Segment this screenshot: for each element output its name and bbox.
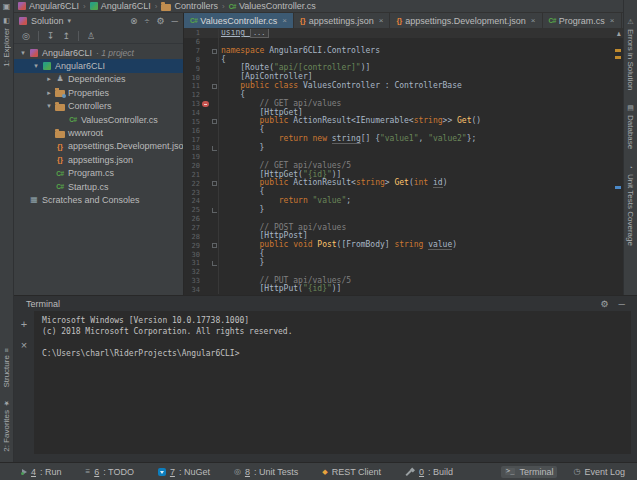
fold-marker-icon[interactable] xyxy=(212,243,217,248)
statusbar-rest-client[interactable]: ◆REST Client xyxy=(318,466,385,478)
project-tree: ▾Angular6CLI· 1 project▾Angular6CLI▸♟Dep… xyxy=(14,44,183,295)
editor-tab-appsettings-json[interactable]: {}appsettings.json× xyxy=(294,13,391,28)
terminal-line: C:\Users\charl\RiderProjects\Angular6CLI… xyxy=(42,348,623,359)
token-plain: { xyxy=(221,125,264,134)
tree-item-controllers[interactable]: ▾Controllers xyxy=(14,100,183,113)
inspection-status-icon[interactable]: ♟ xyxy=(617,30,621,38)
code-text: } xyxy=(219,144,264,153)
token-plain: () xyxy=(471,116,481,125)
token-string: "value2" xyxy=(428,134,467,143)
minimize-icon[interactable]: ─ xyxy=(172,16,178,26)
tree-item-scratches-and-consoles[interactable]: ▦Scratches and Consoles xyxy=(14,193,183,206)
tree-item-angular6cli[interactable]: ▾Angular6CLI· 1 project xyxy=(14,46,183,59)
tree-arrow-icon[interactable]: ▸ xyxy=(44,89,54,97)
breadcrumb-item[interactable]: Controllers xyxy=(161,1,218,11)
statusbar-todo[interactable]: ≡6: TODO xyxy=(82,466,138,478)
tab-label: appsettings.json xyxy=(309,16,374,26)
tree-item-dependencies[interactable]: ▸♟Dependencies xyxy=(14,73,183,86)
tree-item-program-cs[interactable]: C#Program.cs xyxy=(14,167,183,180)
tree-arrow-icon[interactable]: ▾ xyxy=(18,49,28,57)
statusbar-terminal[interactable]: >_Terminal xyxy=(501,466,557,478)
gutter-fold-slot xyxy=(211,232,219,241)
statusbar-label: : TODO xyxy=(103,467,134,477)
statusbar-event-log[interactable]: ◷Event Log xyxy=(569,466,629,478)
breadcrumb-item[interactable]: Angular6CLI xyxy=(18,1,79,11)
fold-marker-icon[interactable] xyxy=(212,181,217,186)
close-icon[interactable]: × xyxy=(282,16,287,25)
fold-marker-icon[interactable] xyxy=(212,84,217,89)
person-icon[interactable]: ♙ xyxy=(87,31,95,41)
new-session-icon[interactable]: + xyxy=(21,319,27,330)
toolwindow-tab-errors-in-solution[interactable]: ⚠Errors in Solution xyxy=(626,18,635,90)
tree-item-appsettings-json[interactable]: {}appsettings.json xyxy=(14,153,183,166)
gutter-fold-slot xyxy=(211,47,219,56)
gutter-fold-slot xyxy=(211,126,219,135)
token-comment: // POST api/values xyxy=(260,223,347,232)
csharp-icon: C# xyxy=(54,170,66,177)
tree-item-valuescontroller-cs[interactable]: C#ValuesController.cs xyxy=(14,113,183,126)
close-icon[interactable]: × xyxy=(531,16,536,25)
gutter-fold-slot xyxy=(211,171,219,180)
line-number: 15 xyxy=(184,118,200,126)
statusbar-label: Event Log xyxy=(584,467,625,477)
tree-arrow-icon[interactable]: ▾ xyxy=(31,62,41,70)
tree-item-appsettings-development-json[interactable]: {}appsettings.Development.json xyxy=(14,140,183,153)
json-icon: {} xyxy=(300,16,306,25)
token-plain: }; xyxy=(467,134,477,143)
breadcrumb-item[interactable]: Angular6CLI xyxy=(90,1,151,11)
tree-arrow-icon[interactable]: ▾ xyxy=(44,102,54,110)
coverage-icon: ◔ xyxy=(627,164,634,171)
error-breakpoint-icon[interactable] xyxy=(202,101,209,108)
statusbar-unit-tests[interactable]: ◎8: Unit Tests xyxy=(230,466,302,478)
statusbar-run[interactable]: 4: Run xyxy=(18,466,66,478)
toolwindow-tab-unit-tests-coverage[interactable]: ◔Unit Tests Coverage xyxy=(626,164,635,246)
toolwindow-tab-2-favorites[interactable]: 2: Favorites★ xyxy=(2,399,11,452)
statusbar-nuget[interactable]: 7: NuGet xyxy=(154,466,214,478)
close-circle-icon[interactable]: ⊗ xyxy=(130,16,138,26)
token-plain xyxy=(221,116,260,125)
statusbar-label: : Run xyxy=(40,467,62,477)
solution-view-selector[interactable]: Solution xyxy=(31,16,64,26)
line-number: 6 xyxy=(184,38,200,46)
terminal-toolbar: +× xyxy=(14,311,34,462)
tree-item-angular6cli[interactable]: ▾Angular6CLI xyxy=(14,59,183,72)
breadcrumb-item[interactable]: C#ValuesController.cs xyxy=(229,1,316,11)
statusbar-label: : Build xyxy=(428,467,453,477)
tree-item-startup-cs[interactable]: C#Startup.cs xyxy=(14,180,183,193)
statusbar-build[interactable]: 0: Build xyxy=(401,466,457,478)
locate-icon[interactable]: ◎ xyxy=(22,31,30,41)
minimize-icon[interactable]: ─ xyxy=(619,299,625,309)
split-icon[interactable]: ÷ xyxy=(145,16,150,26)
toolwindow-switcher-icon[interactable]: ▣ xyxy=(3,2,11,11)
chevron-down-icon[interactable]: ▾ xyxy=(68,17,72,25)
close-icon[interactable]: × xyxy=(379,16,384,25)
errors-icon: ⚠ xyxy=(627,18,635,26)
expand-all-icon[interactable]: ↧ xyxy=(47,31,55,41)
tree-arrow-icon[interactable]: ▸ xyxy=(44,75,54,83)
gutter-fold-slot xyxy=(211,179,219,188)
toolwindow-tab-structure[interactable]: Structure≡ xyxy=(2,348,11,388)
token-plain: [Route( xyxy=(221,63,274,72)
close-icon[interactable]: × xyxy=(610,16,615,25)
gear-icon[interactable]: ⚙ xyxy=(157,16,165,26)
fold-marker-icon[interactable] xyxy=(212,119,217,124)
tree-item-properties[interactable]: ▸Properties xyxy=(14,86,183,99)
terminal-console[interactable]: Microsoft Windows [Version 10.0.17738.10… xyxy=(34,311,631,454)
toolbar-separator xyxy=(78,31,79,41)
terminal-line xyxy=(42,337,623,348)
toolwindow-tab-1-explorer[interactable]: 1: Explorer◨ xyxy=(2,17,11,67)
collapse-all-icon[interactable]: ↥ xyxy=(62,31,70,41)
tree-item-wwwroot[interactable]: wwwroot xyxy=(14,126,183,139)
fold-marker-icon[interactable] xyxy=(212,49,217,54)
build-icon xyxy=(405,467,415,476)
close-session-icon[interactable]: × xyxy=(21,340,27,351)
token-string: "api/[controller]" xyxy=(274,63,361,72)
editor-tab-program-cs[interactable]: C#Program.cs× xyxy=(543,13,622,28)
gear-icon[interactable]: ⚙ xyxy=(601,299,609,309)
toolwindow-tab-database[interactable]: ▤Database xyxy=(626,104,635,149)
editor-tab-appsettings-development-json[interactable]: {}appsettings.Development.json× xyxy=(390,13,542,28)
editor-tab-valuescontroller-cs[interactable]: C#ValuesController.cs× xyxy=(184,13,294,28)
line-number: 19 xyxy=(184,153,200,161)
code-editor[interactable]: 1using ...67namespace Angular6CLI.Contro… xyxy=(184,29,623,295)
gutter-fold-slot xyxy=(211,241,219,250)
